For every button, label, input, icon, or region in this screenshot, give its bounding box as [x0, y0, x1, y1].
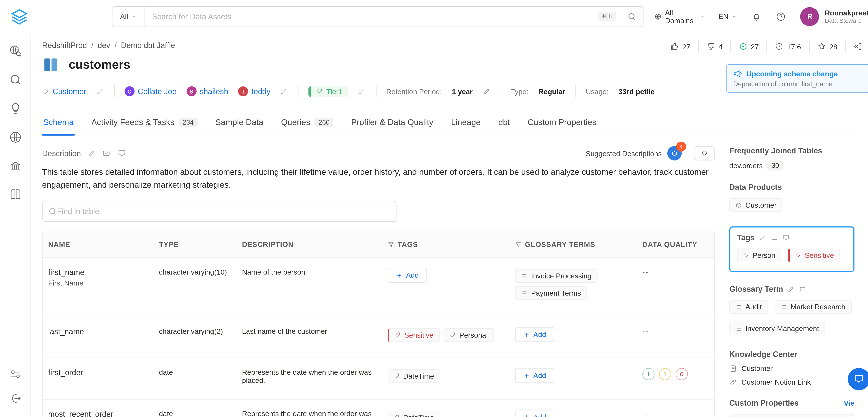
col-name[interactable]: first_name	[48, 268, 153, 277]
tag-icon	[795, 252, 801, 258]
rail-insights[interactable]	[8, 102, 22, 115]
tab-schema[interactable]: Schema	[42, 112, 75, 135]
search-button[interactable]	[621, 12, 643, 21]
find-input[interactable]	[57, 207, 391, 216]
col-name[interactable]: first_order	[48, 368, 153, 377]
breadcrumb-dev[interactable]: dev	[98, 41, 110, 50]
breadcrumb-demo[interactable]: Demo dbt Jaffle	[121, 41, 175, 50]
tag-pill[interactable]: DateTime	[388, 369, 440, 383]
comment-icon[interactable]	[117, 149, 126, 158]
header-description: DESCRIPTION	[242, 240, 388, 249]
edit-owners-icon[interactable]	[280, 88, 288, 95]
edit-description-icon[interactable]	[88, 150, 95, 157]
tier-chip[interactable]: Tier1	[309, 86, 348, 97]
thumbs-down[interactable]: 4	[701, 39, 728, 54]
rail-explore[interactable]	[8, 44, 22, 58]
header-tags[interactable]: TAGS	[388, 240, 515, 249]
chat-fab[interactable]	[848, 368, 868, 390]
tab-profiler[interactable]: Profiler & Data Quality	[350, 112, 434, 135]
owner-collate-joe[interactable]: CCollate Joe	[124, 86, 177, 96]
svg-rect-9	[44, 59, 50, 71]
comment-icon[interactable]	[782, 234, 789, 241]
glossary-pill[interactable]: Invoice Processing	[515, 269, 597, 283]
header-glossary[interactable]: GLOSSARY TERMS	[515, 240, 642, 249]
dq-fail[interactable]: 0	[676, 368, 688, 380]
freq-joined-name[interactable]: dev.orders	[730, 161, 763, 170]
edit-tag-icon[interactable]	[96, 88, 104, 95]
edit-icon[interactable]	[787, 285, 795, 293]
edit-retention-icon[interactable]	[483, 88, 491, 95]
col-desc: Name of the person	[242, 268, 388, 276]
rail-domains[interactable]	[8, 131, 22, 144]
rail-search[interactable]	[8, 73, 22, 87]
tab-activity[interactable]: Activity Feeds & Tasks234	[90, 112, 199, 135]
tag-pill-sensitive[interactable]: Sensitive	[388, 328, 440, 342]
col-name[interactable]: last_name	[48, 327, 153, 336]
add-glossary-button[interactable]: Add	[515, 327, 554, 342]
add-glossary-button[interactable]: Add	[515, 368, 554, 383]
code-view-button[interactable]	[694, 146, 715, 160]
tabs: Schema Activity Feeds & Tasks234 Sample …	[42, 112, 857, 136]
brand-logo[interactable]	[10, 6, 29, 26]
tab-dbt[interactable]: dbt	[497, 112, 511, 135]
language-dropdown[interactable]: EN	[718, 12, 737, 21]
dq-warn[interactable]: 1	[659, 368, 671, 380]
tag-pill[interactable]: Personal	[444, 328, 494, 342]
breadcrumb-redshiftprod[interactable]: RedshiftProd	[42, 41, 87, 50]
history[interactable]: 17.6	[769, 39, 807, 54]
owner-shailesh[interactable]: Sshailesh	[187, 86, 228, 96]
col-name[interactable]: most_recent_order	[48, 410, 153, 417]
tab-sample[interactable]: Sample Data	[214, 112, 265, 135]
dq-pass[interactable]: 1	[643, 368, 655, 380]
help-button[interactable]	[776, 11, 786, 21]
user-menu[interactable]: R Rounakpreet.d Data Steward	[800, 7, 868, 26]
suggested-descriptions[interactable]: Suggested Descriptions 4	[586, 146, 715, 160]
star[interactable]: 28	[811, 39, 843, 54]
columns-table: NAME TYPE DESCRIPTION TAGS GLOSSARY TERM…	[42, 231, 715, 417]
add-tag-button[interactable]: Add	[388, 268, 427, 283]
search-scope-select[interactable]: All	[113, 6, 145, 26]
link-icon	[730, 378, 737, 386]
kc-item-customer[interactable]: Customer	[730, 364, 855, 373]
thumbs-up[interactable]: 27	[664, 39, 696, 54]
megaphone-icon	[733, 69, 742, 78]
tab-queries[interactable]: Queries260	[280, 112, 334, 135]
plus-icon	[523, 372, 530, 379]
quality-checks[interactable]: 27	[733, 39, 764, 54]
edit-icon[interactable]	[759, 234, 766, 241]
rail-logout[interactable]	[9, 392, 22, 405]
announcement-banner[interactable]: Upcoming schema change Deprecation of co…	[726, 64, 868, 93]
owner-teddy[interactable]: Tteddy	[238, 86, 271, 96]
expand-icon[interactable]	[771, 234, 778, 241]
glossary-pill[interactable]: Audit	[730, 300, 768, 314]
header-actions: 27 4 27 17.6 28	[664, 39, 868, 54]
data-product-pill[interactable]: Customer	[730, 198, 783, 212]
edit-tier-icon[interactable]	[358, 88, 366, 95]
rail-governance[interactable]	[8, 159, 22, 173]
tab-lineage[interactable]: Lineage	[450, 112, 482, 135]
kc-item-notion[interactable]: Customer Notion Link	[730, 378, 855, 386]
search-scope-label: All	[120, 12, 128, 21]
tag-pill[interactable]: DateTime	[388, 411, 440, 417]
share[interactable]	[848, 39, 868, 54]
add-glossary-button[interactable]: Add	[515, 410, 554, 417]
rail-settings[interactable]	[9, 368, 22, 380]
description-label: Description	[42, 149, 81, 158]
description-text: This table stores detailed information a…	[42, 166, 715, 191]
search-input[interactable]	[145, 12, 598, 21]
tab-custom-properties[interactable]: Custom Properties	[527, 112, 597, 135]
domains-dropdown[interactable]: All Domains	[655, 8, 704, 25]
customer-tag-chip[interactable]: Customer	[42, 87, 86, 96]
dq-empty: --	[643, 410, 650, 417]
rail-glossary[interactable]	[8, 188, 22, 201]
cp-view-link[interactable]: Vie	[844, 399, 855, 407]
freq-joined-section: Frequently Joined Tables dev.orders 30	[730, 146, 855, 170]
glossary-pill[interactable]: Payment Terms	[515, 286, 587, 300]
glossary-pill[interactable]: Inventory Management	[730, 322, 825, 335]
expand-icon[interactable]	[102, 149, 111, 158]
tag-pill-sensitive[interactable]: Sensitive	[788, 248, 840, 262]
notifications-button[interactable]	[752, 11, 762, 21]
tag-pill-person[interactable]: Person	[737, 248, 781, 262]
expand-icon[interactable]	[799, 285, 806, 293]
glossary-pill[interactable]: Market Research	[774, 300, 851, 314]
